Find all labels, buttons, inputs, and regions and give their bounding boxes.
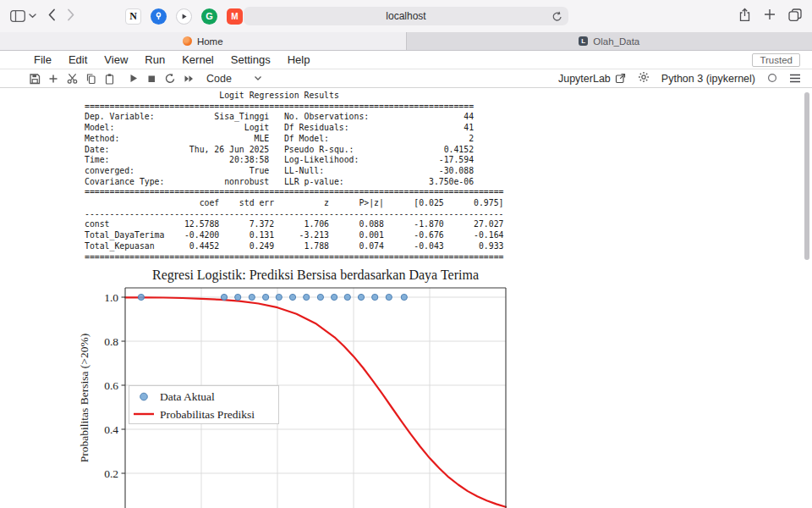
cut-icon [67, 73, 78, 84]
hamburger-icon[interactable] [789, 71, 801, 86]
paste-cell-button[interactable] [100, 70, 118, 87]
back-icon[interactable] [47, 8, 56, 25]
tab-home[interactable]: Home [0, 32, 406, 50]
kernel-status-icon [767, 71, 777, 86]
orange-extension-icon[interactable]: M [227, 8, 243, 25]
menu-run[interactable]: Run [136, 51, 173, 69]
jupyter-menubar: File Edit View Run Kernel Settings Help … [0, 51, 812, 69]
svg-text:Regresi Logistik: Prediksi Ber: Regresi Logistik: Prediksi Bersisa berda… [152, 268, 479, 283]
paste-icon [104, 73, 115, 85]
browser-toolbar: N G M localhost [0, 0, 812, 32]
restart-icon [164, 73, 176, 85]
copy-icon [85, 73, 96, 85]
share-icon[interactable] [738, 8, 751, 25]
menu-edit[interactable]: Edit [60, 51, 96, 69]
svg-text:Probabilitas Bersisa (>20%): Probabilitas Bersisa (>20%) [78, 334, 91, 462]
notebook-content: Logit Regression Results ===============… [0, 88, 812, 508]
tab-olah-data[interactable]: L Olah_Data [406, 32, 812, 50]
run-icon [128, 73, 139, 84]
cell-type-dropdown[interactable]: Code [206, 73, 262, 85]
interrupt-icon [146, 74, 156, 84]
reload-icon[interactable] [551, 10, 562, 25]
trusted-badge[interactable]: Trusted [752, 53, 800, 67]
insert-cell-button[interactable] [44, 70, 63, 87]
menu-settings[interactable]: Settings [222, 51, 279, 69]
kernel-selector[interactable]: Python 3 (ipykernel) [661, 73, 755, 85]
olah-data-favicon: L [579, 36, 588, 46]
save-button[interactable] [25, 70, 44, 87]
menu-file[interactable]: File [25, 51, 60, 69]
svg-text:0.8: 0.8 [104, 335, 118, 348]
svg-text:Data Aktual: Data Aktual [160, 390, 215, 403]
chart-canvas: 1.00.80.60.40.2Regresi Logistik: Prediks… [51, 264, 524, 508]
settings-gear-icon[interactable] [638, 71, 650, 86]
tab-home-label: Home [197, 36, 223, 47]
menu-kernel[interactable]: Kernel [173, 51, 222, 69]
blue-extension-icon[interactable] [151, 8, 167, 25]
restart-run-all-icon [183, 74, 195, 84]
insert-cell-icon [48, 74, 58, 84]
tab-overview-icon[interactable] [788, 8, 802, 25]
save-icon [29, 73, 41, 85]
notion-extension-icon[interactable]: N [125, 8, 141, 25]
tab-bar: Home L Olah_Data [0, 32, 812, 51]
cell-type-value: Code [206, 73, 232, 85]
cut-cell-button[interactable] [63, 70, 81, 87]
external-link-icon [615, 73, 626, 84]
jupyterlab-link-label: JupyterLab [558, 73, 611, 85]
restart-run-all-button[interactable] [179, 70, 198, 87]
menu-view[interactable]: View [96, 51, 136, 69]
svg-text:Probabilitas Prediksi: Probabilitas Prediksi [160, 408, 255, 421]
sidebar-chevron-icon [29, 14, 36, 19]
dropdown-chevron-icon [254, 75, 262, 81]
menu-help[interactable]: Help [279, 51, 319, 69]
address-bar[interactable]: localhost [244, 7, 568, 25]
notebook-toolbar: Code JupyterLab Python 3 (ipykernel) [0, 69, 812, 88]
play-extension-icon[interactable] [176, 8, 192, 25]
new-tab-icon[interactable] [764, 8, 776, 24]
svg-text:0.6: 0.6 [104, 379, 118, 392]
sidebar-icon[interactable] [10, 10, 36, 22]
copy-cell-button[interactable] [81, 70, 100, 87]
forward-icon[interactable] [67, 8, 75, 25]
browser-window: N G M localhost [0, 0, 812, 508]
regression-summary-output: Logit Regression Results ===============… [85, 91, 503, 262]
url-text: localhost [386, 10, 425, 22]
logistic-regression-chart: 1.00.80.60.40.2Regresi Logistik: Prediks… [51, 264, 524, 508]
interrupt-kernel-button[interactable] [142, 70, 161, 87]
svg-text:1.0: 1.0 [104, 291, 118, 304]
jupyterlab-link[interactable]: JupyterLab [558, 73, 626, 85]
green-extension-icon[interactable]: G [201, 8, 217, 25]
svg-text:0.4: 0.4 [104, 423, 118, 436]
restart-kernel-button[interactable] [161, 70, 179, 87]
run-cell-button[interactable] [123, 70, 142, 87]
svg-text:0.2: 0.2 [104, 467, 118, 480]
jupyter-favicon [183, 36, 192, 46]
vertical-scrollbar[interactable] [804, 92, 809, 260]
tab-olah-data-label: Olah_Data [593, 36, 639, 47]
